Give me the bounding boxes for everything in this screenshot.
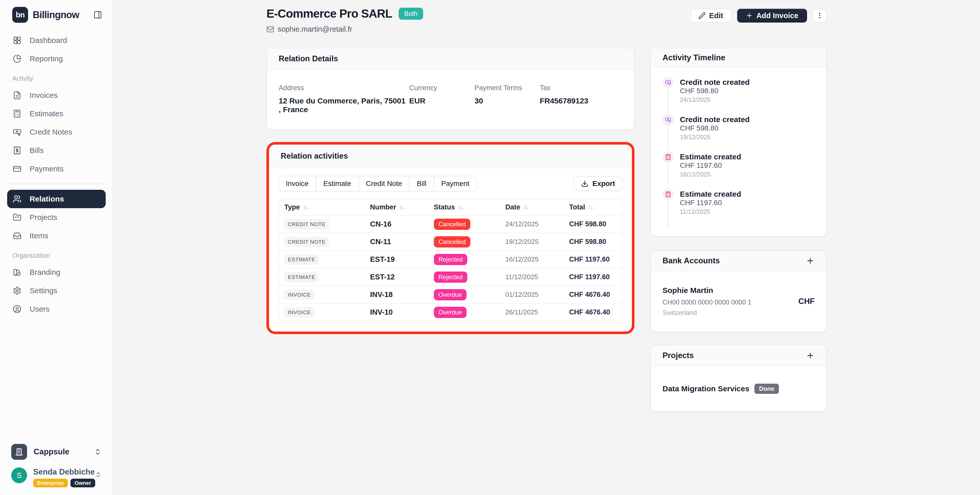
sidebar-item-dashboard[interactable]: Dashboard [7, 31, 106, 50]
sidebar-item-label: Dashboard [30, 36, 67, 45]
document-date: 16/12/2025 [505, 255, 569, 263]
sort-icon[interactable]: ↑↓ [458, 204, 463, 211]
layout-dashboard-icon [13, 36, 21, 45]
credit-note-icon [665, 117, 671, 123]
detail-label: Payment Terms [474, 84, 540, 92]
more-actions-button[interactable] [813, 9, 827, 22]
project-row[interactable]: Data Migration Services Done [662, 384, 815, 394]
tab-bill[interactable]: Bill [410, 176, 434, 191]
activity-timeline-card: Activity Timeline Credit note created CH… [650, 48, 827, 236]
nav-section-label: Activity [7, 68, 106, 86]
chevrons-up-down-icon [95, 471, 102, 479]
file-text-icon [13, 91, 21, 100]
sidebar-item-label: Items [30, 232, 48, 240]
sidebar-item-estimates[interactable]: Estimates [7, 104, 106, 123]
add-invoice-button[interactable]: Add Invoice [737, 9, 807, 22]
table-row-est-19[interactable]: ESTIMATE EST-19 Rejected 16/12/2025 CHF … [279, 250, 622, 268]
column-header-type: Type↑↓ [284, 203, 370, 211]
relation-email-text: sophie.martin@retail.fr [278, 25, 352, 34]
circle-user-icon [13, 305, 21, 313]
detail-field-currency: Currency EUR [409, 84, 474, 114]
document-date: 11/12/2025 [505, 273, 569, 281]
table-row-est-12[interactable]: ESTIMATE EST-12 Rejected 11/12/2025 CHF … [279, 268, 622, 286]
brand-logo: bn [12, 7, 28, 23]
tab-payment[interactable]: Payment [434, 176, 477, 191]
document-date: 26/11/2025 [505, 308, 569, 316]
detail-value: 30 [474, 97, 540, 105]
tab-invoice[interactable]: Invoice [279, 176, 316, 191]
user-menu[interactable]: S Senda Debbiche Enterprise Owner [7, 468, 106, 487]
table-row-inv-18[interactable]: INVOICE INV-18 Overdue 01/12/2025 CHF 46… [279, 286, 622, 303]
tab-credit-note[interactable]: Credit Note [359, 176, 410, 191]
workspace-name: Cappsule [34, 447, 94, 457]
sort-icon[interactable]: ↑↓ [523, 204, 528, 211]
status-badge: Rejected [434, 254, 467, 265]
sidebar-item-branding[interactable]: Branding [7, 263, 106, 281]
bank-accounts-card: Bank Accounts Sophie Martin CH00 0000 00… [650, 250, 827, 332]
sort-icon[interactable]: ↑↓ [588, 204, 593, 211]
chevrons-up-down-icon [94, 448, 102, 456]
sidebar-item-reporting[interactable]: Reporting [7, 50, 106, 68]
sidebar-collapse-icon[interactable] [94, 11, 102, 19]
projects-title: Projects [662, 351, 694, 360]
timeline-item-icon-circle [662, 152, 674, 163]
timeline-item-date: 24/12/2025 [680, 96, 815, 104]
bank-account-row[interactable]: Sophie Martin CH00 0000 0000 0000 0000 1… [651, 271, 826, 332]
sidebar-item-label: Payments [30, 164, 64, 173]
projects-card: Projects Data Migration Services Done [650, 345, 827, 412]
sidebar-item-items[interactable]: Items [7, 227, 106, 245]
sidebar-item-users[interactable]: Users [7, 300, 106, 318]
export-button[interactable]: Export [573, 176, 623, 191]
sort-icon[interactable]: ↑↓ [399, 204, 404, 211]
sidebar-item-label: Bills [30, 146, 44, 155]
timeline-item-icon-circle [662, 226, 674, 227]
document-number: CN-11 [370, 238, 434, 246]
document-number: INV-10 [370, 308, 434, 316]
users-icon [13, 195, 21, 203]
sidebar-item-relations[interactable]: Relations [7, 190, 106, 208]
timeline-item-icon-circle [662, 77, 674, 88]
sidebar-item-bills[interactable]: Bills [7, 141, 106, 160]
timeline-item: Credit note created CHF 598.80 24/12/202… [662, 78, 815, 104]
edit-button[interactable]: Edit [690, 9, 732, 22]
plus-icon [746, 12, 753, 19]
brand-logo-row: bn Billingnow [7, 6, 106, 23]
sidebar-item-settings[interactable]: Settings [7, 281, 106, 300]
calculator-icon [665, 154, 671, 160]
sidebar-item-credit-notes[interactable]: Credit Notes [7, 123, 106, 141]
sidebar-item-projects[interactable]: Projects [7, 208, 106, 227]
sidebar-item-label: Settings [30, 286, 57, 295]
timeline-item: Estimate created CHF 1197.60 11/12/2025 [662, 190, 815, 215]
table-row-inv-10[interactable]: INVOICE INV-10 Overdue 26/11/2025 CHF 46… [279, 303, 622, 321]
document-number: EST-19 [370, 255, 434, 263]
relation-details-title: Relation Details [279, 54, 338, 63]
document-number: CN-16 [370, 220, 434, 228]
sort-icon[interactable]: ↑↓ [303, 204, 307, 211]
table-row-cn-16[interactable]: CREDIT NOTE CN-16 Cancelled 24/12/2025 C… [279, 215, 622, 233]
table-row-cn-11[interactable]: CREDIT NOTE CN-11 Cancelled 19/12/2025 C… [279, 233, 622, 250]
sidebar: bn Billingnow DashboardReportingActivity… [0, 0, 113, 495]
sidebar-item-invoices[interactable]: Invoices [7, 86, 106, 104]
avatar: S [11, 468, 27, 483]
timeline-item-amount: CHF 1197.60 [680, 198, 815, 207]
add-project-button[interactable] [806, 351, 815, 360]
sidebar-item-label: Branding [30, 268, 60, 276]
tab-estimate[interactable]: Estimate [316, 176, 359, 191]
document-total: CHF 4676.40 [569, 308, 617, 316]
timeline-item: Estimate created CHF 1197.60 16/12/2025 [662, 152, 815, 178]
sidebar-item-payments[interactable]: Payments [7, 160, 106, 178]
relation-details-card: Relation Details Address 12 Rue du Comme… [266, 48, 635, 130]
workspace-switcher[interactable]: Cappsule [7, 444, 106, 460]
project-status-badge: Done [754, 384, 779, 394]
inbox-icon [13, 232, 21, 240]
document-date: 24/12/2025 [505, 220, 569, 228]
add-bank-account-button[interactable] [806, 256, 815, 265]
calculator-icon [13, 109, 21, 118]
credit-note-icon [665, 80, 671, 86]
type-pill: INVOICE [284, 290, 314, 300]
document-total: CHF 1197.60 [569, 255, 617, 263]
plan-badge: Enterprise [33, 479, 68, 487]
document-date: 01/12/2025 [505, 291, 569, 299]
swatch-icon [13, 268, 21, 276]
bank-account-country: Switzerland [662, 309, 751, 317]
